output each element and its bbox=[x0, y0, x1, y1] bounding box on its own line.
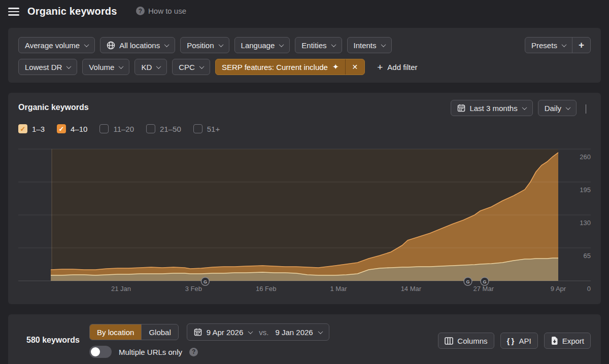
filter-language[interactable]: Language bbox=[234, 37, 290, 53]
scope-by-location[interactable]: By location bbox=[90, 324, 141, 340]
filter-cpc[interactable]: CPC bbox=[172, 59, 210, 75]
svg-text:G: G bbox=[466, 279, 469, 284]
multiple-urls-toggle[interactable] bbox=[89, 346, 112, 358]
filter-position[interactable]: Position bbox=[180, 37, 229, 53]
x-axis-label: 14 Mar bbox=[401, 285, 422, 293]
chevron-up-icon bbox=[586, 104, 586, 114]
keyword-count: 580 keywords bbox=[26, 336, 80, 345]
chart-panel: Organic keywords Last 3 months Daily ✓ bbox=[8, 93, 601, 304]
how-to-use-label: How to use bbox=[148, 7, 186, 15]
x-axis-label: 21 Jan bbox=[111, 285, 131, 293]
export-download-icon bbox=[551, 337, 558, 345]
filter-volume[interactable]: Volume bbox=[82, 59, 129, 75]
x-axis-label: 27 Mar bbox=[473, 285, 494, 293]
add-filter-button[interactable]: + Add filter bbox=[377, 62, 417, 72]
checkbox-unchecked-icon bbox=[99, 124, 109, 133]
checkbox-checked-icon: ✓ bbox=[18, 124, 27, 133]
filter-lowest-dr[interactable]: Lowest DR bbox=[18, 59, 77, 75]
granularity-select[interactable]: Daily bbox=[538, 100, 577, 116]
plus-icon: + bbox=[579, 40, 584, 51]
x-axis-label: 1 Mar bbox=[330, 285, 347, 293]
chevron-down-icon bbox=[66, 64, 72, 69]
chevron-down-icon bbox=[561, 42, 566, 47]
presets-group: Presets + bbox=[525, 37, 591, 53]
page-title: Organic keywords bbox=[27, 6, 117, 17]
legend-pos-11-20[interactable]: 11–20 bbox=[99, 124, 134, 133]
scope-segmented-control: By location Global bbox=[89, 324, 179, 340]
y-axis-label: 195 bbox=[580, 186, 591, 194]
presets-button[interactable]: Presets bbox=[525, 38, 572, 53]
checkbox-unchecked-icon bbox=[146, 124, 155, 133]
y-axis-label: 130 bbox=[580, 219, 591, 227]
columns-icon bbox=[445, 337, 453, 345]
legend-pos-51plus[interactable]: 51+ bbox=[193, 124, 220, 133]
primary-date[interactable]: 9 Apr 2026 bbox=[207, 328, 244, 337]
close-icon: ✕ bbox=[352, 63, 358, 71]
chevron-down-icon bbox=[164, 42, 170, 47]
date-range-select[interactable]: Last 3 months bbox=[451, 100, 532, 116]
x-axis-label: 3 Feb bbox=[185, 285, 202, 293]
checkbox-checked-icon: ✓ bbox=[57, 124, 66, 133]
braces-icon: { } bbox=[507, 337, 515, 345]
chevron-down-icon bbox=[218, 42, 223, 47]
compare-dates-control[interactable]: 9 Apr 2026 vs. 9 Jan 2026 bbox=[187, 323, 329, 341]
filter-average-volume[interactable]: Average volume bbox=[18, 37, 95, 53]
filter-all-locations[interactable]: All locations bbox=[100, 37, 175, 53]
filter-entities[interactable]: Entities bbox=[295, 37, 342, 53]
hamburger-menu-icon[interactable] bbox=[8, 8, 19, 16]
multiple-urls-label: Multiple URLs only bbox=[119, 348, 182, 356]
google-update-marker[interactable]: G bbox=[201, 277, 209, 285]
legend-pos-21-50[interactable]: 21–50 bbox=[146, 124, 181, 133]
filter-intents[interactable]: Intents bbox=[347, 37, 392, 53]
collapse-chart-button[interactable] bbox=[585, 104, 592, 112]
help-icon[interactable]: ? bbox=[189, 348, 198, 356]
chevron-down-icon bbox=[279, 42, 284, 47]
chart-title: Organic keywords bbox=[18, 103, 89, 112]
y-axis-label: 65 bbox=[584, 252, 591, 260]
export-button[interactable]: Export bbox=[544, 333, 591, 349]
top-header: Organic keywords ? How to use bbox=[0, 0, 609, 28]
x-axis-label: 9 Apr bbox=[551, 285, 566, 293]
scope-global[interactable]: Global bbox=[141, 324, 178, 340]
filters-panel: Average volume All locations Position La… bbox=[8, 28, 601, 83]
compare-date[interactable]: 9 Jan 2026 bbox=[275, 328, 313, 337]
remove-serp-filter-button[interactable]: ✕ bbox=[345, 59, 365, 75]
chevron-down-icon bbox=[156, 64, 161, 69]
legend-pos-1-3[interactable]: ✓ 1–3 bbox=[18, 124, 45, 133]
globe-icon bbox=[107, 41, 115, 50]
y-axis-label: 260 bbox=[580, 153, 591, 161]
legend-pos-4-10[interactable]: ✓ 4–10 bbox=[57, 124, 87, 133]
svg-text:G: G bbox=[483, 279, 486, 284]
svg-text:G: G bbox=[204, 279, 207, 284]
columns-button[interactable]: Columns bbox=[438, 333, 494, 349]
organic-keywords-area-chart[interactable]: 06513019526021 Jan3 Feb16 Feb1 Mar14 Mar… bbox=[8, 145, 601, 298]
vs-label: vs. bbox=[259, 328, 268, 337]
x-axis-label: 16 Feb bbox=[256, 285, 276, 293]
google-update-marker[interactable]: G bbox=[481, 277, 489, 285]
calendar-icon bbox=[194, 328, 202, 336]
help-icon: ? bbox=[136, 7, 145, 15]
api-button[interactable]: { } API bbox=[500, 333, 538, 349]
chevron-down-icon bbox=[119, 64, 124, 69]
chevron-down-icon bbox=[566, 105, 571, 110]
position-legend: ✓ 1–3 ✓ 4–10 11–20 21–50 51+ bbox=[18, 124, 220, 133]
filter-kd[interactable]: KD bbox=[134, 59, 167, 75]
checkbox-unchecked-icon bbox=[193, 124, 202, 133]
plus-icon: + bbox=[377, 62, 383, 72]
filter-serp-features-active[interactable]: SERP features: Current include ✦ ✕ bbox=[215, 59, 365, 75]
chevron-down-icon bbox=[331, 42, 336, 47]
chevron-down-icon bbox=[381, 42, 386, 47]
chevron-down-icon bbox=[84, 42, 89, 47]
table-toolbar-panel: 580 keywords By location Global 9 Apr 20… bbox=[8, 314, 601, 364]
how-to-use-link[interactable]: ? How to use bbox=[136, 7, 186, 15]
chevron-down-icon bbox=[318, 329, 323, 334]
chevron-down-icon bbox=[199, 64, 204, 69]
add-preset-button[interactable]: + bbox=[572, 38, 590, 53]
google-update-marker[interactable]: G bbox=[464, 277, 472, 285]
y-axis-label: 0 bbox=[587, 285, 591, 293]
chevron-down-icon bbox=[522, 105, 527, 110]
sparkle-icon: ✦ bbox=[332, 62, 339, 71]
chevron-down-icon bbox=[248, 329, 253, 334]
calendar-icon bbox=[457, 104, 465, 112]
